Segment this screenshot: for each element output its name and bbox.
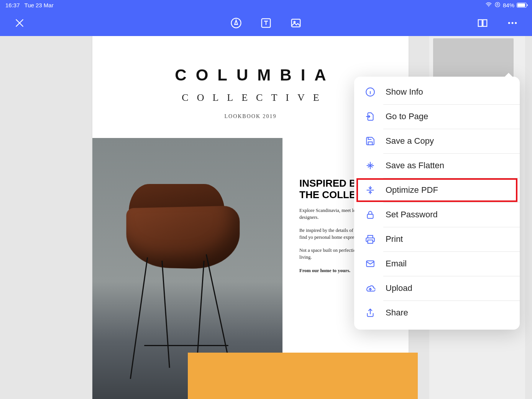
menu-label: Save as Flatten (386, 161, 444, 171)
svg-point-0 (488, 6, 489, 7)
menu-label: Print (386, 234, 403, 244)
document-canvas[interactable]: COLUMBIA COLLECTIVE LOOKBOOK 2019 INSPIR… (0, 36, 532, 399)
menu-optimize-pdf[interactable]: Optimize PDF (354, 178, 520, 202)
menu-show-info[interactable]: Show Info (354, 80, 520, 104)
share-icon (365, 307, 376, 318)
flatten-icon (365, 160, 376, 171)
battery-icon (517, 3, 527, 8)
menu-label: Optimize PDF (386, 185, 438, 195)
save-icon (365, 136, 376, 146)
menu-goto-page[interactable]: Go to Page (354, 104, 520, 129)
svg-point-7 (512, 22, 514, 24)
svg-point-8 (515, 22, 517, 24)
goto-page-icon (365, 111, 376, 122)
upload-icon (365, 283, 376, 294)
battery-percent: 84% (503, 2, 514, 8)
email-icon (365, 258, 376, 269)
wifi-icon (485, 1, 492, 9)
print-icon (365, 234, 376, 245)
status-time: 16:37 (5, 2, 20, 8)
close-button[interactable] (14, 17, 25, 29)
menu-label: Email (386, 259, 407, 269)
menu-upload[interactable]: Upload (354, 276, 520, 300)
menu-label: Upload (386, 283, 412, 293)
svg-point-6 (508, 22, 510, 24)
menu-label: Share (386, 308, 408, 318)
orientation-lock-icon (494, 2, 501, 9)
decorative-block (188, 353, 418, 399)
optimize-icon (365, 185, 376, 195)
menu-print[interactable]: Print (354, 227, 520, 251)
actions-popover: Show Info Go to Page Save a Copy Save as… (354, 77, 520, 330)
annotate-tool-button[interactable] (230, 17, 242, 29)
info-icon (365, 87, 376, 97)
image-tool-button[interactable] (290, 17, 302, 29)
menu-email[interactable]: Email (354, 251, 520, 276)
menu-label: Set Password (386, 210, 438, 220)
menu-label: Go to Page (386, 112, 428, 122)
svg-point-1 (495, 2, 500, 7)
menu-label: Save a Copy (386, 136, 434, 146)
text-tool-button[interactable] (260, 17, 272, 29)
menu-label: Show Info (386, 87, 423, 97)
svg-rect-11 (368, 240, 373, 243)
more-menu-button[interactable] (507, 17, 518, 29)
menu-share[interactable]: Share (354, 300, 520, 325)
toolbar (0, 10, 532, 36)
lock-icon (365, 209, 376, 220)
menu-set-password[interactable]: Set Password (354, 202, 520, 227)
status-bar: 16:37 Tue 23 Mar 84% (0, 0, 532, 10)
svg-rect-10 (367, 214, 373, 218)
svg-rect-4 (292, 19, 300, 27)
status-date: Tue 23 Mar (25, 2, 54, 8)
reader-view-button[interactable] (477, 17, 488, 29)
menu-save-copy[interactable]: Save a Copy (354, 129, 520, 153)
menu-save-flatten[interactable]: Save as Flatten (354, 153, 520, 178)
